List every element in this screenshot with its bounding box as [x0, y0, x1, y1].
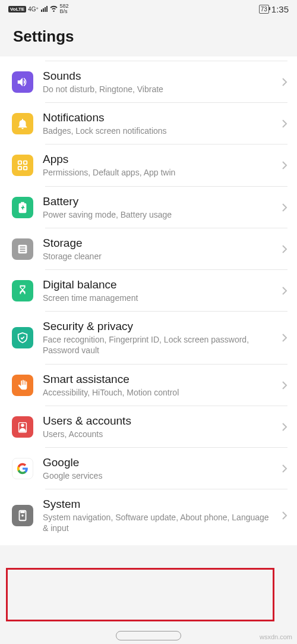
- gesture-navigation-bar[interactable]: [0, 631, 297, 640]
- hand-icon: [12, 375, 33, 396]
- svg-rect-12: [21, 512, 24, 513]
- row-text: Digital balance Screen time management: [43, 278, 272, 303]
- settings-item-security[interactable]: Security & privacy Face recognition, Fin…: [0, 312, 297, 364]
- settings-item-google[interactable]: Google Google services: [0, 448, 297, 489]
- page-title: Settings: [0, 17, 297, 56]
- svg-rect-2: [18, 167, 22, 170]
- row-subtitle: Badges, Lock screen notifications: [43, 125, 272, 136]
- svg-rect-7: [20, 251, 25, 252]
- chevron-right-icon: [282, 77, 287, 87]
- row-title: Security & privacy: [43, 320, 272, 333]
- sound-icon: [12, 71, 33, 93]
- status-left: VoLTE 4G⁺ 582 B/s: [8, 4, 69, 14]
- row-subtitle: Storage cleaner: [43, 251, 272, 262]
- svg-rect-1: [24, 161, 27, 165]
- settings-item-notifications[interactable]: Notifications Badges, Lock screen notifi…: [0, 103, 297, 144]
- row-subtitle: Accessibility, HiTouch, Motion control: [43, 387, 272, 398]
- svg-rect-6: [20, 249, 25, 250]
- row-text: Sounds Do not disturb, Ringtone, Vibrate: [43, 70, 272, 95]
- status-right: 73 1:35: [259, 4, 289, 14]
- chevron-right-icon: [282, 244, 287, 254]
- settings-item-digital-balance[interactable]: Digital balance Screen time management: [0, 270, 297, 312]
- chevron-right-icon: [282, 464, 287, 473]
- chevron-right-icon: [282, 203, 287, 212]
- svg-rect-3: [24, 167, 27, 170]
- settings-item-apps[interactable]: Apps Permissions, Default apps, App twin: [0, 144, 297, 186]
- row-subtitle: Screen time management: [43, 293, 272, 303]
- watermark: wsxdn.com: [260, 633, 292, 640]
- bell-icon: [12, 113, 33, 134]
- network-type: 4G⁺: [28, 6, 39, 12]
- settings-item-smart-assistance[interactable]: Smart assistance Accessibility, HiTouch,…: [0, 365, 297, 406]
- row-subtitle: Power saving mode, Battery usage: [43, 209, 272, 220]
- row-text: Google Google services: [43, 456, 272, 481]
- svg-point-11: [22, 515, 23, 516]
- row-title: Smart assistance: [43, 373, 272, 386]
- chevron-right-icon: [282, 422, 287, 432]
- status-bar: VoLTE 4G⁺ 582 B/s 73 1:35: [0, 0, 297, 17]
- row-title: Apps: [43, 153, 272, 166]
- system-icon: [12, 505, 33, 526]
- chevron-right-icon: [282, 119, 287, 128]
- row-title: Google: [43, 456, 272, 469]
- apps-icon: [12, 155, 33, 176]
- svg-rect-5: [20, 246, 25, 247]
- storage-icon: [12, 238, 33, 260]
- row-subtitle: Do not disturb, Ringtone, Vibrate: [43, 84, 272, 95]
- row-text: System System navigation, Software updat…: [43, 498, 272, 533]
- row-subtitle: Google services: [43, 470, 272, 481]
- row-title: Storage: [43, 237, 272, 250]
- row-title: Sounds: [43, 70, 272, 83]
- row-title: Notifications: [43, 111, 272, 124]
- chevron-right-icon: [282, 333, 287, 343]
- settings-item-sounds[interactable]: Sounds Do not disturb, Ringtone, Vibrate: [0, 61, 297, 103]
- google-icon: [12, 458, 33, 479]
- network-speed: 582 B/s: [60, 4, 69, 14]
- highlight-box: [6, 568, 274, 621]
- signal-icon: [41, 6, 48, 12]
- svg-point-8: [21, 423, 24, 427]
- chevron-right-icon: [282, 381, 287, 390]
- row-subtitle: System navigation, Software update, Abou…: [43, 512, 272, 533]
- battery-icon: 73: [259, 5, 269, 14]
- row-text: Apps Permissions, Default apps, App twin: [43, 153, 272, 178]
- chevron-right-icon: [282, 511, 287, 520]
- wifi-icon: [49, 4, 58, 14]
- row-text: Storage Storage cleaner: [43, 237, 272, 262]
- settings-item-battery[interactable]: Battery Power saving mode, Battery usage: [0, 187, 297, 228]
- user-icon: [12, 416, 33, 438]
- row-subtitle: Permissions, Default apps, App twin: [43, 167, 272, 178]
- settings-item-storage[interactable]: Storage Storage cleaner: [0, 228, 297, 270]
- chevron-right-icon: [282, 161, 287, 170]
- row-title: Users & accounts: [43, 414, 272, 428]
- nav-pill: [116, 631, 181, 640]
- svg-rect-0: [18, 161, 22, 165]
- shield-icon: [12, 327, 33, 348]
- row-text: Users & accounts Users, Accounts: [43, 414, 272, 439]
- chevron-right-icon: [282, 286, 287, 296]
- hourglass-icon: [12, 280, 33, 301]
- settings-item-system[interactable]: System System navigation, Software updat…: [0, 489, 297, 545]
- battery-icon: [12, 197, 33, 218]
- settings-list: Sounds Do not disturb, Ringtone, Vibrate…: [0, 56, 297, 545]
- divider-row: [0, 56, 297, 61]
- row-text: Smart assistance Accessibility, HiTouch,…: [43, 373, 272, 398]
- volte-badge: VoLTE: [8, 6, 26, 12]
- settings-item-users[interactable]: Users & accounts Users, Accounts: [0, 406, 297, 448]
- clock: 1:35: [271, 4, 289, 14]
- row-title: Digital balance: [43, 278, 272, 291]
- row-text: Battery Power saving mode, Battery usage: [43, 195, 272, 220]
- row-text: Notifications Badges, Lock screen notifi…: [43, 111, 272, 136]
- row-subtitle: Face recognition, Fingerprint ID, Lock s…: [43, 334, 272, 356]
- row-text: Security & privacy Face recognition, Fin…: [43, 320, 272, 356]
- row-subtitle: Users, Accounts: [43, 429, 272, 439]
- row-title: System: [43, 498, 272, 511]
- row-title: Battery: [43, 195, 272, 208]
